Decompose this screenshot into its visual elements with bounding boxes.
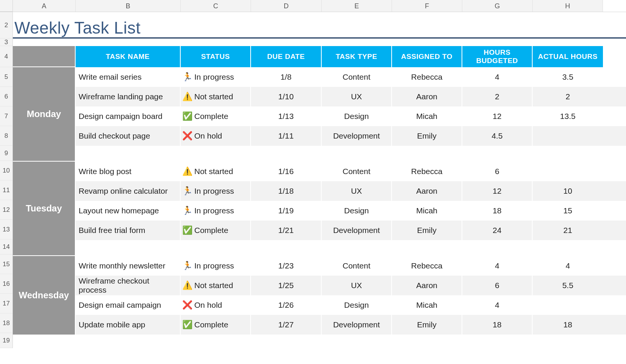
cell-hours-budgeted[interactable]: 6 [462, 162, 533, 181]
empty-cell[interactable] [322, 146, 392, 161]
select-all-corner[interactable] [0, 0, 13, 12]
row-header-3[interactable]: 3 [0, 39, 12, 46]
cell-status[interactable]: ✅Complete [181, 315, 251, 335]
row-header-6[interactable]: 6 [0, 87, 12, 106]
row-header-18[interactable]: 18 [0, 313, 12, 333]
empty-cell[interactable] [392, 240, 462, 255]
col-header-C[interactable]: C [181, 0, 251, 12]
cell-due-date[interactable]: 1/23 [251, 256, 322, 276]
empty-cell[interactable] [462, 146, 533, 161]
cell-assigned-to[interactable]: Emily [392, 221, 462, 240]
cell-assigned-to[interactable]: Rebecca [392, 162, 462, 181]
row-header-15[interactable]: 15 [0, 254, 12, 274]
table-row[interactable]: Write monthly newsletter🏃In progress1/23… [76, 256, 626, 276]
empty-cell[interactable] [251, 146, 322, 161]
cell-actual-hours[interactable]: 4 [533, 256, 603, 276]
cell-due-date[interactable]: 1/27 [251, 315, 322, 335]
cell-task-type[interactable]: Content [322, 256, 392, 276]
row-header-17[interactable]: 17 [0, 294, 12, 313]
cell-actual-hours[interactable]: 10 [533, 181, 603, 201]
cell-assigned-to[interactable]: Aaron [392, 87, 462, 106]
row-header-5[interactable]: 5 [0, 67, 12, 87]
cell-task-type[interactable]: Design [322, 201, 392, 221]
cell-task-name[interactable]: Layout new homepage [76, 201, 181, 221]
table-row[interactable]: Build free trial form✅Complete1/21Develo… [76, 221, 626, 240]
cell-due-date[interactable]: 1/18 [251, 181, 322, 201]
cell-due-date[interactable]: 1/25 [251, 276, 322, 295]
col-header-H[interactable]: H [533, 0, 603, 12]
cell-actual-hours[interactable]: 3.5 [533, 67, 603, 87]
empty-cell[interactable] [533, 240, 603, 255]
cell-assigned-to[interactable]: Micah [392, 201, 462, 221]
cell-assigned-to[interactable]: Micah [392, 106, 462, 126]
cell-hours-budgeted[interactable]: 12 [462, 181, 533, 201]
cell-assigned-to[interactable]: Rebecca [392, 256, 462, 276]
cell-status[interactable]: 🏃In progress [181, 201, 251, 221]
cell-task-type[interactable]: Development [322, 126, 392, 146]
table-row[interactable]: Wireframe checkout process⚠️Not started1… [76, 276, 626, 295]
cell-task-type[interactable]: UX [322, 87, 392, 106]
cell-status[interactable]: 🏃In progress [181, 67, 251, 87]
row-header-12[interactable]: 12 [0, 200, 12, 220]
cell-due-date[interactable]: 1/13 [251, 106, 322, 126]
cell-task-name[interactable]: Update mobile app [76, 315, 181, 335]
cell-status[interactable]: ✅Complete [181, 106, 251, 126]
row-header-14[interactable]: 14 [0, 239, 12, 254]
cell-status[interactable]: ⚠️Not started [181, 87, 251, 106]
cell-actual-hours[interactable]: 21 [533, 221, 603, 240]
cell-actual-hours[interactable] [533, 126, 603, 146]
cell-status[interactable]: ⚠️Not started [181, 276, 251, 295]
cell-due-date[interactable]: 1/19 [251, 201, 322, 221]
cell-hours-budgeted[interactable]: 18 [462, 201, 533, 221]
empty-row[interactable] [76, 146, 626, 161]
cell-task-name[interactable]: Wireframe checkout process [76, 276, 181, 295]
cell-task-type[interactable]: UX [322, 276, 392, 295]
empty-cell[interactable] [76, 146, 181, 161]
table-row[interactable]: Write email series🏃In progress1/8Content… [76, 67, 626, 87]
empty-cell[interactable] [322, 240, 392, 255]
row-header-7[interactable]: 7 [0, 106, 12, 126]
cell-task-type[interactable]: UX [322, 181, 392, 201]
empty-cell[interactable] [533, 146, 603, 161]
table-row[interactable]: Write blog post⚠️Not started1/16ContentR… [76, 162, 626, 181]
empty-cell[interactable] [392, 146, 462, 161]
cell-actual-hours[interactable]: 15 [533, 201, 603, 221]
cell-task-type[interactable]: Development [322, 221, 392, 240]
table-row[interactable]: Revamp online calculator🏃In progress1/18… [76, 181, 626, 201]
cell-task-name[interactable]: Write blog post [76, 162, 181, 181]
row-header-19[interactable]: 19 [0, 333, 12, 348]
empty-cell[interactable] [251, 240, 322, 255]
cell-task-name[interactable]: Build free trial form [76, 221, 181, 240]
empty-cell[interactable] [462, 240, 533, 255]
cell-status[interactable]: ✅Complete [181, 221, 251, 240]
cell-assigned-to[interactable]: Aaron [392, 181, 462, 201]
empty-cell[interactable] [76, 240, 181, 255]
cell-actual-hours[interactable]: 13.5 [533, 106, 603, 126]
empty-cell[interactable] [181, 146, 251, 161]
cell-task-type[interactable]: Content [322, 67, 392, 87]
cell-task-type[interactable]: Design [322, 295, 392, 315]
col-header-A[interactable]: A [13, 0, 76, 12]
cell-status[interactable]: ⚠️Not started [181, 162, 251, 181]
row-header-9[interactable]: 9 [0, 146, 12, 161]
cell-due-date[interactable]: 1/11 [251, 126, 322, 146]
cell-assigned-to[interactable]: Micah [392, 295, 462, 315]
cell-actual-hours[interactable] [533, 162, 603, 181]
cell-hours-budgeted[interactable]: 18 [462, 315, 533, 335]
cell-task-type[interactable]: Design [322, 106, 392, 126]
row-header-10[interactable]: 10 [0, 161, 12, 180]
cell-hours-budgeted[interactable]: 4 [462, 67, 533, 87]
cell-due-date[interactable]: 1/8 [251, 67, 322, 87]
cell-assigned-to[interactable]: Aaron [392, 276, 462, 295]
row-header-16[interactable]: 16 [0, 274, 12, 294]
table-row[interactable]: Layout new homepage🏃In progress1/19Desig… [76, 201, 626, 221]
table-row[interactable]: Design email campaign❌On hold1/26DesignM… [76, 295, 626, 315]
cell-due-date[interactable]: 1/21 [251, 221, 322, 240]
table-row[interactable]: Design campaign board✅Complete1/13Design… [76, 106, 626, 126]
cell-hours-budgeted[interactable]: 24 [462, 221, 533, 240]
row-header-2[interactable]: 2 [0, 12, 12, 39]
row-header-11[interactable]: 11 [0, 180, 12, 200]
table-row[interactable]: Update mobile app✅Complete1/27Developmen… [76, 315, 626, 335]
cell-task-name[interactable]: Wireframe landing page [76, 87, 181, 106]
cell-status[interactable]: 🏃In progress [181, 181, 251, 201]
